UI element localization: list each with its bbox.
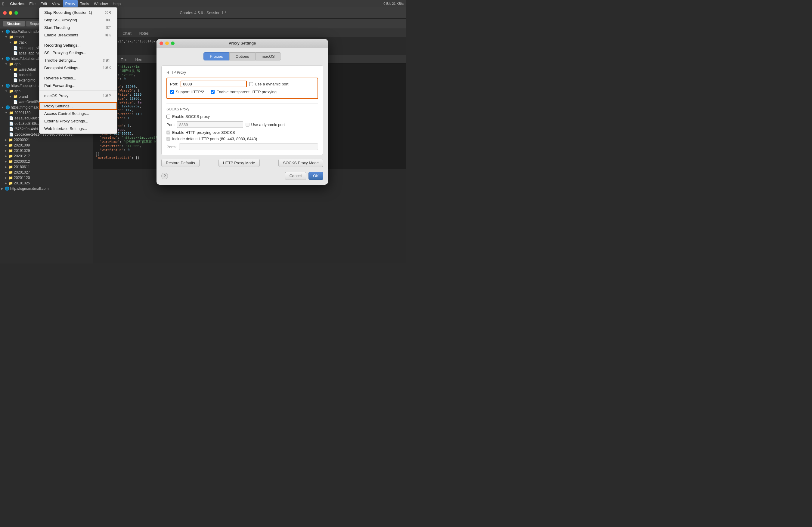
transparent-proxy-checkbox[interactable] bbox=[211, 90, 215, 94]
dialog-action-buttons: Restore Defaults HTTP Proxy Mode SOCKS P… bbox=[161, 159, 323, 167]
default-ports-checkbox[interactable] bbox=[166, 137, 170, 141]
support-http2-row: Support HTTP/2 Enable transparent HTTP p… bbox=[170, 90, 315, 94]
dialog-tab-macos[interactable]: macOS bbox=[255, 52, 281, 60]
port-label: Port: bbox=[170, 82, 178, 86]
dialog-container: Proxy Settings Proxies Options macOS HTT… bbox=[157, 39, 328, 185]
restore-defaults-button[interactable]: Restore Defaults bbox=[161, 159, 200, 167]
dialog-titlebar: Proxy Settings bbox=[157, 39, 328, 47]
menu-item-reverse-proxies[interactable]: Reverse Proxies... bbox=[40, 74, 117, 82]
http-port-input[interactable] bbox=[180, 80, 247, 87]
dialog-footer: ? Cancel OK bbox=[161, 170, 323, 180]
http-port-row: Port: Use a dynamic port bbox=[170, 80, 315, 87]
socks-port-label: Port: bbox=[166, 122, 175, 127]
menu-item-breakpoint-settings[interactable]: Breakpoint Settings... ⇧⌘K bbox=[40, 64, 117, 72]
dialog-tabs: Proxies Options macOS bbox=[161, 52, 323, 60]
socks-dynamic-port-check: Use a dynamic port bbox=[246, 122, 285, 127]
socks-dynamic-port-label: Use a dynamic port bbox=[251, 122, 285, 127]
proxy-settings-dialog: Proxy Settings Proxies Options macOS HTT… bbox=[157, 39, 328, 185]
menu-item-ssl-settings[interactable]: SSL Proxying Settings... bbox=[40, 49, 117, 57]
cancel-button[interactable]: Cancel bbox=[285, 172, 306, 180]
ports-row: Ports: bbox=[166, 144, 318, 150]
dialog-body: Proxies Options macOS HTTP Proxy Port: U… bbox=[157, 47, 328, 185]
separator-1 bbox=[40, 40, 117, 40]
support-http2-checkbox[interactable] bbox=[170, 90, 174, 94]
menu-item-external-proxy[interactable]: External Proxy Settings... bbox=[40, 117, 117, 125]
dialog-title: Proxy Settings bbox=[229, 41, 256, 45]
over-socks-row: Enable HTTP proxying over SOCKS bbox=[166, 130, 318, 135]
http-proxy-box: Port: Use a dynamic port Support HTTP/2 … bbox=[166, 78, 318, 99]
default-ports-row: Include default HTTP ports (80, 443, 808… bbox=[166, 137, 318, 141]
default-ports-label: Include default HTTP ports (80, 443, 808… bbox=[172, 137, 257, 141]
enable-socks-checkbox[interactable] bbox=[166, 115, 170, 119]
menu-item-throttle-settings[interactable]: Throttle Settings... ⇧⌘T bbox=[40, 57, 117, 64]
help-button[interactable]: ? bbox=[161, 173, 168, 179]
socks-port-input[interactable] bbox=[177, 121, 243, 128]
http-proxy-label: HTTP Proxy bbox=[166, 70, 318, 75]
footer-right: Cancel OK bbox=[285, 172, 323, 180]
dialog-inner-content: HTTP Proxy Port: Use a dynamic port Supp… bbox=[161, 65, 323, 155]
http-over-socks-label: Enable HTTP proxying over SOCKS bbox=[172, 130, 235, 135]
menu-item-proxy-settings[interactable]: Proxy Settings... bbox=[40, 102, 117, 110]
dynamic-port-check: Use a dynamic port bbox=[249, 82, 288, 86]
dialog-minimize-button[interactable] bbox=[165, 42, 169, 45]
enable-socks-label: Enable SOCKS proxy bbox=[172, 114, 210, 119]
ports-label: Ports: bbox=[166, 145, 177, 149]
socks-proxy-label: SOCKS Proxy bbox=[166, 107, 318, 111]
menu-item-enable-breakpoints[interactable]: Enable Breakpoints ⌘K bbox=[40, 31, 117, 39]
menu-item-port-forwarding[interactable]: Port Forwarding... bbox=[40, 82, 117, 89]
dialog-controls bbox=[160, 42, 175, 45]
menu-item-macos-proxy[interactable]: macOS Proxy ⇧⌘P bbox=[40, 92, 117, 100]
http-over-socks-checkbox[interactable] bbox=[166, 131, 170, 134]
proxy-dropdown-menu: Stop Recording (Session 1) ⌘R Stop SSL P… bbox=[39, 7, 117, 134]
enable-socks-row: Enable SOCKS proxy bbox=[166, 114, 318, 119]
menu-item-start-throttling[interactable]: Start Throttling ⌘T bbox=[40, 24, 117, 31]
dynamic-port-label: Use a dynamic port bbox=[255, 82, 288, 86]
menu-item-recording-settings[interactable]: Recording Settings... bbox=[40, 42, 117, 49]
menu-item-stop-ssl[interactable]: Stop SSL Proxying ⌘L bbox=[40, 16, 117, 24]
ports-input[interactable] bbox=[179, 144, 318, 150]
socks-proxy-section: SOCKS Proxy Enable SOCKS proxy Port: Use… bbox=[166, 103, 318, 150]
socks-port-row: Port: Use a dynamic port bbox=[166, 121, 318, 128]
dialog-tab-proxies[interactable]: Proxies bbox=[203, 52, 229, 60]
dynamic-port-checkbox[interactable] bbox=[249, 82, 253, 86]
support-http2-label: Support HTTP/2 bbox=[176, 90, 204, 94]
socks-proxy-mode-button[interactable]: SOCKS Proxy Mode bbox=[278, 159, 323, 167]
socks-dynamic-port-checkbox[interactable] bbox=[246, 123, 249, 126]
dialog-tab-options[interactable]: Options bbox=[229, 52, 256, 60]
menu-item-web-interface[interactable]: Web Interface Settings... bbox=[40, 125, 117, 132]
dialog-close-button[interactable] bbox=[160, 42, 163, 45]
http-proxy-mode-button[interactable]: HTTP Proxy Mode bbox=[218, 159, 260, 167]
dialog-maximize-button[interactable] bbox=[171, 42, 175, 45]
transparent-proxy-label: Enable transparent HTTP proxying bbox=[216, 90, 277, 94]
menu-item-stop-recording[interactable]: Stop Recording (Session 1) ⌘R bbox=[40, 9, 117, 16]
ok-button[interactable]: OK bbox=[308, 172, 323, 180]
menu-item-access-control[interactable]: Access Control Settings... bbox=[40, 110, 117, 117]
